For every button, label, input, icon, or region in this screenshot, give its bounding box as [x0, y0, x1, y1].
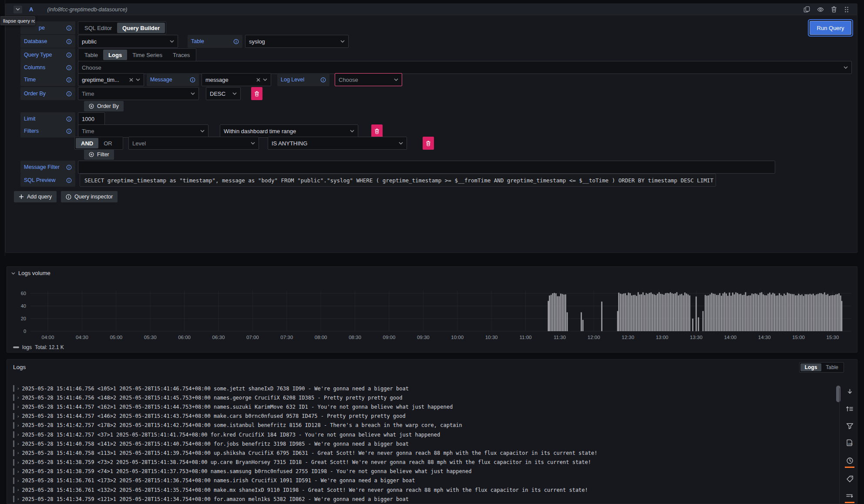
- expand-chevron-icon[interactable]: ›: [17, 478, 19, 483]
- remove-order-by-trash-button[interactable]: [251, 87, 262, 100]
- database-table-row: Database public Table sysl: [20, 35, 349, 48]
- svg-text:14:30: 14:30: [758, 335, 771, 340]
- log-row[interactable]: ›2025-05-28 15:41:40.758 <141>2 2025-05-…: [13, 439, 831, 448]
- query-type-option-traces[interactable]: Traces: [168, 50, 195, 60]
- editor-type-option-sql-editor[interactable]: SQL Editor: [79, 23, 117, 33]
- query-type-option-table[interactable]: Table: [79, 50, 103, 60]
- expand-chevron-icon[interactable]: ›: [17, 460, 19, 465]
- sub-filter-operator-select[interactable]: IS ANYTHING: [268, 137, 407, 150]
- sql-preview-label: SQL Preview: [24, 177, 55, 183]
- log-row[interactable]: ›2025-05-28 15:41:38.759 <74>1 2025-05-2…: [13, 467, 831, 476]
- log-file-icon[interactable]: LOG: [845, 439, 854, 450]
- info-icon[interactable]: [66, 128, 72, 134]
- time-field-select[interactable]: greptime_tim...: [78, 73, 144, 86]
- legend-series-label[interactable]: logs: [22, 344, 32, 350]
- info-icon[interactable]: [66, 178, 72, 183]
- info-icon[interactable]: [66, 77, 72, 83]
- info-icon[interactable]: [66, 116, 72, 122]
- order-by-field-select[interactable]: Time: [78, 87, 199, 100]
- remove-sub-filter-trash-button[interactable]: [423, 137, 434, 150]
- filter-range-select[interactable]: Within dashboard time range: [220, 124, 358, 138]
- log-row[interactable]: ›2025-05-28 15:41:42.757 <37>1 2025-05-2…: [13, 430, 831, 439]
- log-level-select[interactable]: Choose: [335, 73, 402, 86]
- limit-input[interactable]: [78, 112, 105, 125]
- drag-handle-icon[interactable]: [844, 6, 849, 13]
- expand-chevron-icon[interactable]: ›: [17, 487, 19, 492]
- info-icon[interactable]: [320, 77, 326, 83]
- expand-chevron-icon[interactable]: ›: [17, 386, 19, 391]
- log-row[interactable]: ›2025-05-28 15:41:36.761 <173>2 2025-05-…: [13, 476, 831, 485]
- log-row[interactable]: ›2025-05-28 15:41:44.757 <162>1 2025-05-…: [13, 402, 831, 411]
- log-row[interactable]: ›2025-05-28 15:41:42.757 <178>2 2025-05-…: [13, 421, 831, 430]
- filter-funnel-icon[interactable]: [845, 422, 854, 432]
- run-query-button[interactable]: Run Query: [810, 21, 851, 35]
- expand-chevron-icon[interactable]: ›: [17, 450, 19, 455]
- hide-response-eye-icon[interactable]: [817, 6, 824, 13]
- message-field-select[interactable]: message: [202, 73, 271, 86]
- logs-panel: Logs LogsTable ›2025-05-28 15:41:46.756 …: [7, 359, 857, 504]
- editor-type-toggle: SQL EditorQuery Builder: [78, 21, 166, 34]
- download-icon[interactable]: [845, 388, 854, 398]
- columns-select[interactable]: Choose: [78, 61, 852, 74]
- logs-volume-header[interactable]: Logs volume: [11, 270, 50, 276]
- forward-list-icon[interactable]: [845, 492, 854, 503]
- info-icon[interactable]: [66, 39, 72, 44]
- logs-view-option-table[interactable]: Table: [821, 363, 843, 371]
- info-icon[interactable]: [233, 39, 239, 44]
- add-filter-label: Filter: [97, 151, 109, 158]
- clear-x-icon[interactable]: [129, 78, 133, 82]
- query-type-option-time-series[interactable]: Time Series: [127, 50, 168, 60]
- sort-list-icon[interactable]: [845, 405, 854, 415]
- log-row[interactable]: ›2025-05-28 15:41:36.761 <132>2 2025-05-…: [13, 485, 831, 494]
- logic-option-and[interactable]: AND: [76, 138, 98, 148]
- expand-chevron-icon[interactable]: ›: [17, 469, 19, 474]
- expand-chevron-icon[interactable]: ›: [17, 441, 19, 446]
- time-label-chip: Time: [20, 73, 75, 86]
- add-order-by-button[interactable]: Order By: [84, 101, 124, 111]
- message-filter-input[interactable]: [78, 161, 775, 174]
- logs-view-option-logs[interactable]: Logs: [800, 363, 822, 371]
- add-query-button[interactable]: Add query: [14, 191, 57, 202]
- message-label: Message: [150, 77, 172, 83]
- expand-chevron-icon[interactable]: ›: [17, 414, 19, 419]
- sql-preview-box: SELECT greptime_timestamp as "timestamp"…: [80, 174, 716, 187]
- query-type-option-logs[interactable]: Logs: [103, 50, 127, 60]
- log-row[interactable]: ›2025-05-28 15:41:46.756 <148>2 2025-05-…: [13, 393, 831, 402]
- remove-filter-trash-button[interactable]: [371, 124, 383, 138]
- log-row[interactable]: ›2025-05-28 15:41:34.759 <121>1 2025-05-…: [13, 494, 831, 504]
- info-icon[interactable]: [66, 91, 72, 97]
- editor-type-option-query-builder[interactable]: Query Builder: [117, 23, 165, 33]
- info-icon[interactable]: [66, 65, 72, 71]
- log-row[interactable]: ›2025-05-28 15:41:46.756 <105>1 2025-05-…: [13, 384, 831, 393]
- chevron-down-icon: [232, 92, 237, 95]
- svg-text:14:00: 14:00: [724, 335, 736, 340]
- info-icon[interactable]: [66, 52, 72, 58]
- clock-history-icon[interactable]: [845, 457, 854, 468]
- query-inspector-button[interactable]: Query inspector: [61, 191, 118, 202]
- table-select[interactable]: syslog: [245, 35, 349, 48]
- expand-chevron-icon[interactable]: ›: [17, 395, 19, 400]
- tag-icon[interactable]: [845, 475, 854, 485]
- expand-chevron-icon[interactable]: ›: [17, 423, 19, 428]
- expand-chevron-icon[interactable]: ›: [17, 497, 19, 501]
- log-level-bar: [13, 477, 14, 484]
- order-by-direction-select[interactable]: DESC: [206, 87, 241, 100]
- info-icon[interactable]: [190, 77, 195, 83]
- log-row[interactable]: ›2025-05-28 15:41:44.757 <146>2 2025-05-…: [13, 412, 831, 421]
- sub-filter-field-select[interactable]: Level: [128, 137, 259, 150]
- expand-chevron-icon[interactable]: ›: [17, 432, 19, 437]
- clear-x-icon[interactable]: [256, 78, 260, 82]
- info-icon[interactable]: [66, 25, 72, 31]
- info-icon[interactable]: [66, 165, 72, 170]
- add-filter-button[interactable]: Filter: [84, 149, 114, 160]
- sql-preview-label-chip: SQL Preview: [20, 174, 75, 187]
- remove-query-trash-icon[interactable]: [831, 6, 837, 13]
- log-row[interactable]: ›2025-05-28 15:41:40.758 <113>1 2025-05-…: [13, 448, 831, 457]
- expand-chevron-icon[interactable]: ›: [17, 404, 19, 409]
- logic-option-or[interactable]: OR: [98, 138, 118, 148]
- collapse-query-row-button[interactable]: [13, 6, 22, 13]
- duplicate-query-icon[interactable]: [803, 6, 810, 13]
- database-select[interactable]: public: [78, 35, 178, 48]
- filter-field-select[interactable]: Time: [78, 124, 208, 138]
- log-row[interactable]: ›2025-05-28 15:41:38.759 <73>2 2025-05-2…: [13, 458, 831, 467]
